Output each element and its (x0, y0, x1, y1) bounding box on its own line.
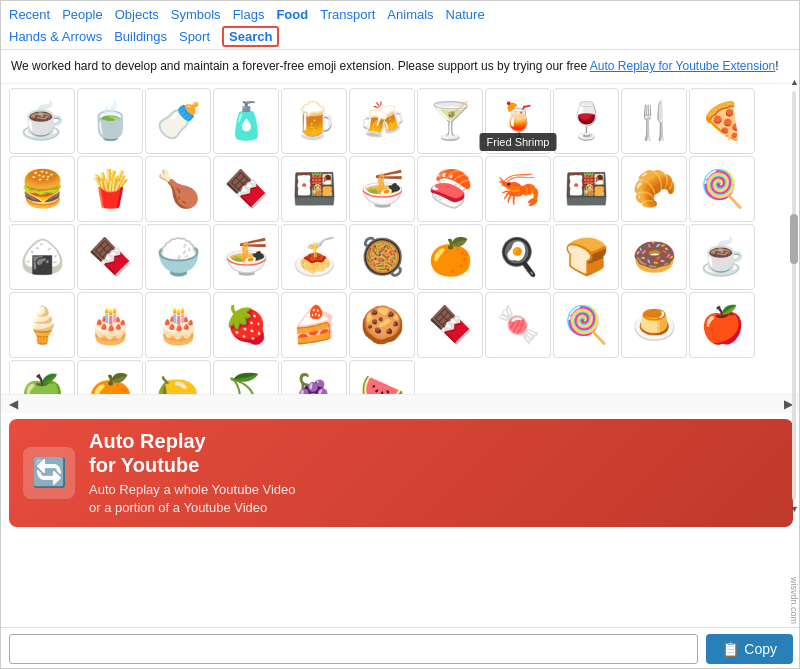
emoji-cell[interactable]: 🍋 (145, 360, 211, 394)
emoji-cell[interactable]: 🍪 (349, 292, 415, 358)
copy-button[interactable]: 📋 Copy (706, 634, 793, 664)
emoji-cell[interactable]: 🍫 (77, 224, 143, 290)
emoji-cell[interactable]: 🍱 (281, 156, 347, 222)
info-text-2: ! (775, 59, 778, 73)
nav-item-flags[interactable]: Flags (233, 7, 265, 22)
emoji-cell[interactable]: 🍟 (77, 156, 143, 222)
emoji-cell[interactable]: 🍭 (689, 156, 755, 222)
bottom-bar: 📋 Copy (1, 627, 800, 669)
horizontal-scrollbar: ◀ ▶ (1, 394, 800, 413)
info-text-1: We worked hard to develop and maintain a… (11, 59, 590, 73)
emoji-cell[interactable]: ☕ (689, 224, 755, 290)
emoji-cell[interactable]: 🍫 (417, 292, 483, 358)
emoji-cell[interactable]: 🍏 (9, 360, 75, 394)
emoji-cell[interactable]: 🍰 (281, 292, 347, 358)
emoji-cell[interactable]: 🍜 (213, 224, 279, 290)
emoji-cell[interactable]: 🍩 (621, 224, 687, 290)
copy-icon: 📋 (722, 641, 739, 657)
emoji-cell[interactable]: 🍱 (553, 156, 619, 222)
emoji-cell[interactable]: 🍗 (145, 156, 211, 222)
emoji-cell[interactable]: 🍴 (621, 88, 687, 154)
nav-item-nature[interactable]: Nature (446, 7, 485, 22)
emoji-cell[interactable]: 🦐Fried Shrimp (485, 156, 551, 222)
emoji-cell[interactable]: 🍊 (417, 224, 483, 290)
promo-icon-emoji: 🔄 (32, 456, 67, 489)
emoji-cell[interactable]: 🍕 (689, 88, 755, 154)
emoji-cell[interactable]: 🥐 (621, 156, 687, 222)
promo-icon: 🔄 (23, 447, 75, 499)
nav-row-1: RecentPeopleObjectsSymbolsFlagsFoodTrans… (9, 7, 793, 22)
emoji-cell[interactable]: 🍓 (213, 292, 279, 358)
promo-desc: Auto Replay a whole Youtube Video or a p… (89, 481, 295, 517)
nav-item-food[interactable]: Food (276, 7, 308, 22)
emoji-cell[interactable]: 🍼 (145, 88, 211, 154)
emoji-cell[interactable]: 🍝 (281, 224, 347, 290)
emoji-cell[interactable]: 🍒 (213, 360, 279, 394)
nav-item-transport[interactable]: Transport (320, 7, 375, 22)
emoji-grid: ☕🍵🍼🧴🍺🍻🍸🍹🍷🍴🍕🍔🍟🍗🍫🍱🍜🍣🦐Fried Shrimp🍱🥐🍭🍙🍫🍚🍜🍝🥘… (9, 88, 793, 394)
emoji-cell[interactable]: 🍸 (417, 88, 483, 154)
promo-desc1: Auto Replay a whole Youtube Video (89, 482, 295, 497)
emoji-cell[interactable]: 🎂 (145, 292, 211, 358)
nav-item-symbols[interactable]: Symbols (171, 7, 221, 22)
emoji-cell[interactable]: ☕ (9, 88, 75, 154)
copy-label: Copy (744, 641, 777, 657)
nav-item-search[interactable]: Search (222, 26, 279, 47)
nav-item-animals[interactable]: Animals (387, 7, 433, 22)
emoji-cell[interactable]: 🍔 (9, 156, 75, 222)
emoji-cell[interactable]: 🍵 (77, 88, 143, 154)
emoji-cell[interactable]: 🍚 (145, 224, 211, 290)
emoji-cell[interactable]: 🍻 (349, 88, 415, 154)
extension-link[interactable]: Auto Replay for Youtube Extension (590, 59, 775, 73)
emoji-cell[interactable]: 🍦 (9, 292, 75, 358)
promo-desc2: or a portion of a Youtube Video (89, 500, 267, 515)
nav-row-2: Hands & ArrowsBuildingsSportSearch (9, 26, 793, 47)
emoji-cell[interactable]: 🍞 (553, 224, 619, 290)
promo-title-text: Auto Replay (89, 430, 206, 452)
emoji-cell[interactable]: 🍫 (213, 156, 279, 222)
emoji-cell[interactable]: 🍊 (77, 360, 143, 394)
emoji-cell[interactable]: 🍬 (485, 292, 551, 358)
scroll-left-btn[interactable]: ◀ (9, 397, 18, 411)
emoji-cell[interactable]: 🍳 (485, 224, 551, 290)
emoji-cell[interactable]: 🍇 (281, 360, 347, 394)
scroll-right-btn[interactable]: ▶ (784, 397, 793, 411)
emoji-cell[interactable]: 🍺 (281, 88, 347, 154)
emoji-cell[interactable]: 🍙 (9, 224, 75, 290)
promo-title: Auto Replay for Youtube (89, 429, 295, 477)
info-bar: We worked hard to develop and maintain a… (1, 50, 800, 84)
emoji-cell[interactable]: 🎂 (77, 292, 143, 358)
emoji-cell[interactable]: 🍷 (553, 88, 619, 154)
watermark: wisvdn.com (789, 577, 799, 624)
promo-subtitle-text: for Youtube (89, 454, 199, 476)
emoji-cell[interactable]: 🍣 (417, 156, 483, 222)
nav-item-people[interactable]: People (62, 7, 102, 22)
emoji-text-input[interactable] (9, 634, 698, 664)
nav-item-buildings[interactable]: Buildings (114, 29, 167, 44)
nav-item-hands[interactable]: Hands & Arrows (9, 29, 102, 44)
promo-text: Auto Replay for Youtube Auto Replay a wh… (89, 429, 295, 517)
emoji-grid-area: ☕🍵🍼🧴🍺🍻🍸🍹🍷🍴🍕🍔🍟🍗🍫🍱🍜🍣🦐Fried Shrimp🍱🥐🍭🍙🍫🍚🍜🍝🥘… (1, 84, 800, 394)
emoji-cell[interactable]: 🥘 (349, 224, 415, 290)
top-navigation: RecentPeopleObjectsSymbolsFlagsFoodTrans… (1, 1, 800, 50)
emoji-cell[interactable]: 🧴 (213, 88, 279, 154)
nav-item-sport[interactable]: Sport (179, 29, 210, 44)
emoji-cell[interactable]: 🍭 (553, 292, 619, 358)
emoji-cell[interactable]: 🍎 (689, 292, 755, 358)
emoji-cell[interactable]: 🍉 (349, 360, 415, 394)
nav-item-objects[interactable]: Objects (115, 7, 159, 22)
emoji-cell[interactable]: 🍹 (485, 88, 551, 154)
emoji-cell[interactable]: 🍮 (621, 292, 687, 358)
nav-item-recent[interactable]: Recent (9, 7, 50, 22)
emoji-cell[interactable]: 🍜 (349, 156, 415, 222)
promo-banner[interactable]: 🔄 Auto Replay for Youtube Auto Replay a … (9, 419, 793, 527)
